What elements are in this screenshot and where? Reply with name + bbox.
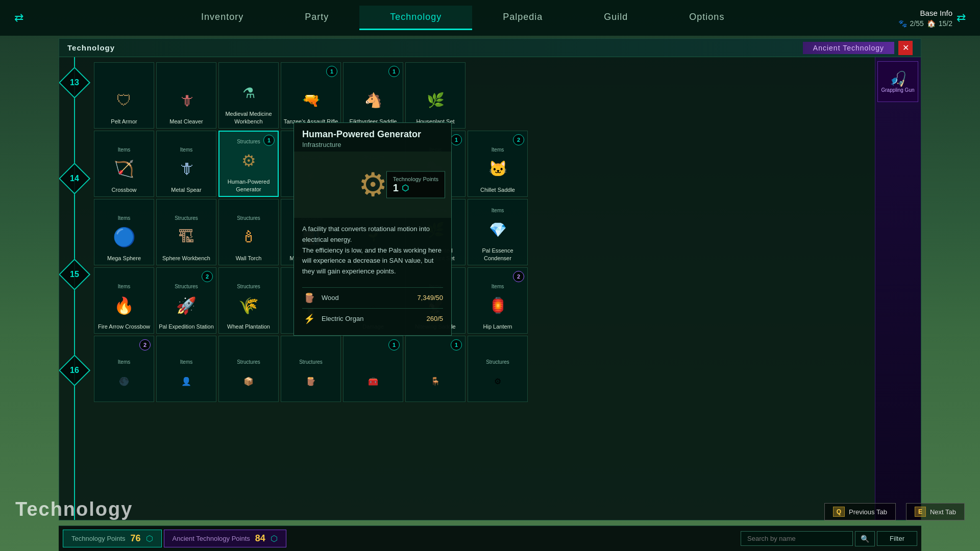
chillet-image: 🐱 bbox=[480, 154, 516, 184]
tech-item-16d[interactable]: Structures 🪵 bbox=[281, 336, 341, 402]
filter-button[interactable]: Filter bbox=[877, 531, 917, 546]
level-badge-13: 13 bbox=[59, 67, 90, 98]
saddle2-badge: 1 bbox=[451, 134, 462, 145]
sphere-workbench-name: Sphere Workbench bbox=[162, 255, 210, 262]
tech-item-tanzee-rifle[interactable]: 1 🔫 Tanzee's Assault Rifle bbox=[281, 62, 341, 129]
ancient-item-grappling-gun[interactable]: 🎣 Grappling Gun bbox=[877, 61, 918, 102]
tech-item-pal-expedition[interactable]: 2 Structures 🚀 Pal Expedition Station bbox=[156, 267, 216, 334]
atp-display-label: Ancient Technology Points bbox=[173, 535, 250, 542]
tech-item-meat-cleaver[interactable]: 🗡 Meat Cleaver bbox=[156, 62, 216, 129]
metal-spear-category: Items bbox=[180, 147, 192, 153]
tab-options[interactable]: Options bbox=[658, 6, 755, 30]
bases-icon: 🏠 bbox=[927, 19, 936, 28]
tab-technology[interactable]: Technology bbox=[359, 6, 472, 30]
tp-display-value: 76 bbox=[131, 533, 141, 544]
16b-category: Items bbox=[180, 359, 192, 365]
16e-badge: 1 bbox=[388, 339, 400, 350]
top-navigation: ⇄ Inventory Party Technology Palpedia Gu… bbox=[0, 0, 980, 36]
grappling-gun-name: Grappling Gun bbox=[881, 87, 914, 93]
ancient-tech-button[interactable]: Ancient Technology bbox=[803, 42, 894, 54]
close-button[interactable]: ✕ bbox=[898, 41, 913, 55]
tech-row-13: Items 🏹 Crossbow Items 🗡 Metal Spear 1 S… bbox=[94, 131, 871, 197]
tech-item-chillet-saddle[interactable]: 2 Items 🐱 Chillet Saddle bbox=[468, 131, 528, 197]
tooltip-subtitle: Infrastructure bbox=[302, 141, 443, 148]
electric-organ-icon: ⚡ bbox=[302, 312, 316, 326]
level-badge-15: 15 bbox=[59, 259, 90, 290]
tech-item-crossbow[interactable]: Items 🏹 Crossbow bbox=[94, 131, 154, 197]
tech-item-16f[interactable]: 1 🪑 bbox=[405, 336, 465, 402]
spear-icon: 🗡 bbox=[178, 159, 194, 178]
tech-item-16e[interactable]: 1 🧰 bbox=[343, 336, 403, 402]
tech-row-top: 🛡 Pelt Armor 🗡 Meat Cleaver ⚗ Medieval M… bbox=[94, 62, 871, 129]
ancient-tech-panel: 🎣 Grappling Gun bbox=[875, 57, 921, 520]
tech-item-pal-essence[interactable]: Items 💎 Pal Essence Condenser bbox=[468, 199, 528, 265]
generator-icon: ⚙ bbox=[241, 151, 256, 170]
tech-row-16: 2 Items 🌑 Items 👤 Structures 📦 Structure… bbox=[94, 336, 871, 402]
tooltip-tech-points: Technology Points 1 ⬡ bbox=[386, 171, 445, 198]
generator-category: Structures bbox=[237, 139, 260, 144]
search-input[interactable] bbox=[741, 531, 853, 546]
tech-item-16b[interactable]: Items 👤 bbox=[156, 336, 216, 402]
grid-area: 13 14 15 16 🛡 Pelt Armor 🗡 Meat Cleaver … bbox=[59, 57, 921, 520]
main-panel: Technology Ancient Technology ✕ 13 14 15… bbox=[59, 38, 921, 520]
eikth-badge: 1 bbox=[388, 66, 400, 77]
tech-item-houseplant-set[interactable]: 🌿 Houseplant Set bbox=[405, 62, 465, 129]
panel-header: Technology Ancient Technology ✕ bbox=[59, 39, 921, 57]
tp-arrow-icon: ⬡ bbox=[402, 183, 409, 193]
tab-inventory[interactable]: Inventory bbox=[170, 6, 274, 30]
level-timeline: 13 14 15 16 bbox=[59, 57, 90, 520]
fire-arrow-name: Fire Arrow Crossbow bbox=[98, 323, 150, 330]
wood-name: Wood bbox=[322, 294, 417, 302]
pals-count: 2/55 bbox=[910, 19, 924, 28]
tech-item-human-generator[interactable]: 1 Structures ⚙ Human-Powered Generator bbox=[218, 131, 279, 197]
tech-item-wall-torch[interactable]: Structures 🕯 Wall Torch bbox=[218, 199, 279, 265]
16a-category: Items bbox=[118, 359, 130, 365]
tab-guild[interactable]: Guild bbox=[573, 6, 658, 30]
tooltip-image: ⚙ Technology Points 1 ⬡ bbox=[294, 152, 451, 218]
tech-item-fire-arrow[interactable]: Items 🔥 Fire Arrow Crossbow bbox=[94, 267, 154, 334]
tech-item-sphere-workbench[interactable]: Structures 🏗 Sphere Workbench bbox=[156, 199, 216, 265]
search-button[interactable]: 🔍 bbox=[855, 531, 875, 546]
tech-item-16c[interactable]: Structures 📦 bbox=[218, 336, 279, 402]
tp-display-label: Technology Points bbox=[71, 535, 126, 542]
nav-left-icon[interactable]: ⇄ bbox=[10, 7, 28, 29]
tab-palpedia[interactable]: Palpedia bbox=[472, 6, 573, 30]
tp-display-icon: ⬡ bbox=[146, 534, 153, 543]
tooltip-header: Human-Powered Generator Infrastructure bbox=[294, 123, 451, 152]
bottom-right-hud: Q Previous Tab E Next Tab bbox=[824, 503, 965, 520]
wheat-category: Structures bbox=[237, 284, 260, 289]
hip-lantern-badge: 2 bbox=[513, 271, 524, 282]
pal-essence-icon: 💎 bbox=[489, 221, 507, 238]
tech-item-mega-sphere[interactable]: Items 🔵 Mega Sphere bbox=[94, 199, 154, 265]
chillet-name: Chillet Saddle bbox=[480, 186, 515, 193]
tech-item-medieval-workbench[interactable]: ⚗ Medieval Medicine Workbench bbox=[218, 62, 279, 129]
prev-tab-button[interactable]: Q Previous Tab bbox=[824, 503, 896, 520]
tech-item-eikth-saddle[interactable]: 1 🐴 Eikthyrdeer Saddle bbox=[343, 62, 403, 129]
wood-amount: 7,349/50 bbox=[417, 294, 443, 302]
mega-sphere-icon: 🔵 bbox=[113, 227, 136, 248]
nav-right-icon[interactable]: ⇄ bbox=[952, 7, 970, 29]
next-tab-button[interactable]: E Next Tab bbox=[906, 503, 965, 520]
grappling-gun-icon: 🎣 bbox=[889, 70, 907, 87]
material-electric-organ: ⚡ Electric Organ 260/5 bbox=[302, 308, 443, 329]
fire-arrow-category: Items bbox=[118, 284, 130, 289]
pals-icon: 🐾 bbox=[898, 19, 907, 28]
expedition-icon: 🚀 bbox=[176, 296, 197, 315]
mega-sphere-name: Mega Sphere bbox=[107, 255, 141, 262]
hip-lantern-category: Items bbox=[492, 284, 504, 289]
hip-lantern-icon: 🏮 bbox=[488, 296, 507, 314]
sphere-workbench-category: Structures bbox=[175, 215, 198, 221]
tab-party[interactable]: Party bbox=[274, 6, 359, 30]
tech-item-16a[interactable]: 2 Items 🌑 bbox=[94, 336, 154, 402]
tech-item-hip-lantern[interactable]: 2 Items 🏮 Hip Lantern bbox=[468, 267, 528, 334]
rifle-icon: 🔫 bbox=[302, 92, 320, 109]
16a-image: 🌑 bbox=[106, 366, 142, 396]
tech-item-16g[interactable]: Structures ⚙ bbox=[468, 336, 528, 402]
tech-item-metal-spear[interactable]: Items 🗡 Metal Spear bbox=[156, 131, 216, 197]
16c-category: Structures bbox=[237, 359, 260, 365]
16c-image: 📦 bbox=[231, 366, 266, 396]
tech-item-pelt-armor[interactable]: 🛡 Pelt Armor bbox=[94, 62, 154, 129]
tanzee-rifle-image: 🔫 bbox=[293, 85, 329, 116]
medieval-workbench-image: ⚗ bbox=[231, 78, 266, 108]
tech-item-wheat[interactable]: Structures 🌾 Wheat Plantation bbox=[218, 267, 279, 334]
